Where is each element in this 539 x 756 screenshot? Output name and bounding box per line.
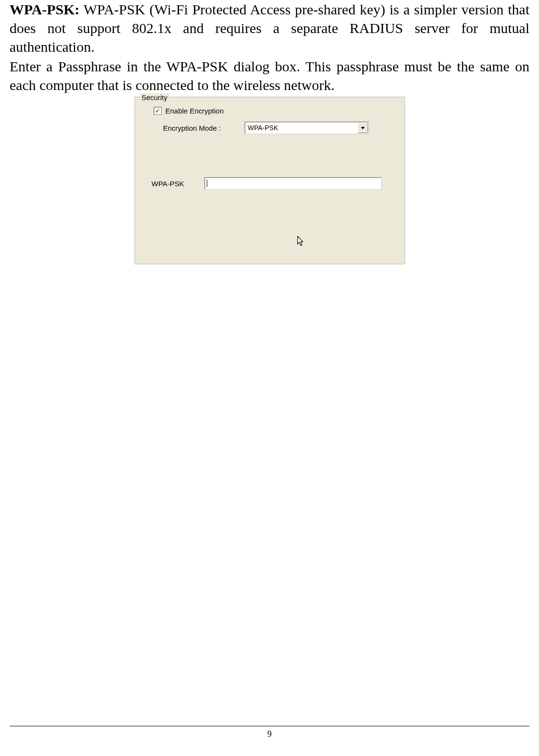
enable-encryption-label: Enable Encryption: [166, 107, 224, 115]
document-content: WPA-PSK: WPA-PSK (Wi-Fi Protected Access…: [10, 0, 529, 264]
groupbox-inner: ✓ Enable Encryption Encryption Mode : WP…: [135, 97, 404, 199]
check-icon: ✓: [155, 108, 160, 114]
enable-encryption-checkbox[interactable]: ✓: [154, 107, 162, 115]
page-number: 9: [10, 729, 529, 739]
wpa-psk-label: WPA-PSK: [152, 180, 204, 188]
wpa-psk-input[interactable]: [204, 177, 382, 190]
encryption-mode-label: Encryption Mode :: [163, 124, 245, 132]
dialog-wrapper: Security ✓ Enable Encryption Encryption …: [10, 97, 529, 264]
bold-lead: WPA-PSK:: [10, 1, 79, 17]
encryption-mode-selected: WPA-PSK: [248, 124, 279, 132]
paragraph1-rest: WPA-PSK (Wi-Fi Protected Access pre-shar…: [10, 1, 529, 55]
dropdown-button[interactable]: [358, 123, 368, 133]
paragraph-passphrase-instruction: Enter a Passphrase in the WPA-PSK dialog…: [10, 57, 529, 94]
mouse-cursor-icon: [297, 236, 305, 247]
footer-divider: [10, 726, 529, 726]
page-footer: 9: [10, 726, 529, 739]
paragraph-wpa-psk-definition: WPA-PSK: WPA-PSK (Wi-Fi Protected Access…: [10, 0, 529, 56]
groupbox-legend: Security: [140, 93, 169, 102]
wpa-psk-row: WPA-PSK: [152, 177, 393, 190]
encryption-mode-row: Encryption Mode : WPA-PSK: [163, 122, 393, 134]
text-cursor-icon: [207, 180, 207, 187]
enable-encryption-row: ✓ Enable Encryption: [154, 107, 393, 115]
encryption-mode-dropdown[interactable]: WPA-PSK: [245, 122, 369, 134]
security-groupbox: Security ✓ Enable Encryption Encryption …: [135, 97, 405, 264]
chevron-down-icon: [361, 127, 365, 129]
